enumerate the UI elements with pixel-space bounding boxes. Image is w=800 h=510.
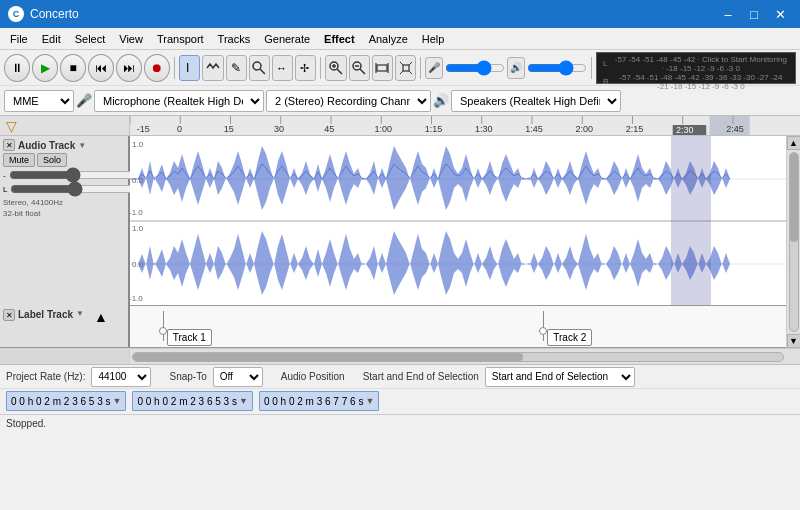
label-track-canvas[interactable]: Track 1 Track 2 — [130, 306, 786, 347]
svg-line-18 — [409, 62, 412, 65]
audio-solo-button[interactable]: Solo — [37, 153, 67, 167]
svg-text:✢: ✢ — [300, 62, 309, 74]
speaker-icon: 🔊 — [433, 93, 449, 108]
scroll-up-button[interactable]: ▲ — [787, 136, 801, 150]
fit-project-button[interactable] — [372, 55, 393, 81]
svg-text:45: 45 — [324, 124, 334, 134]
h-scroll-left-spacer — [0, 350, 130, 364]
menu-view[interactable]: View — [113, 31, 149, 47]
app-title: Concerto — [30, 7, 79, 21]
close-button[interactable]: ✕ — [768, 4, 792, 24]
svg-text:30: 30 — [274, 124, 284, 134]
host-select[interactable]: MME — [4, 90, 74, 112]
svg-point-2 — [253, 62, 261, 70]
skip-fwd-button[interactable]: ⏭ — [116, 54, 142, 82]
svg-text:✎: ✎ — [231, 61, 241, 75]
svg-rect-13 — [377, 65, 387, 71]
play-button[interactable]: ▶ — [32, 54, 58, 82]
channels-select[interactable]: 2 (Stereo) Recording Channels — [266, 90, 431, 112]
label-track-up-arrow[interactable]: ▲ — [94, 309, 108, 325]
sel-start-value[interactable]: 0 0 h 0 2 m 2 3 6 5 3 s ▼ — [132, 391, 252, 411]
multi-tool-button[interactable]: ✢ — [295, 55, 316, 81]
label-track-dropdown[interactable]: ▼ — [76, 309, 84, 318]
menu-tracks[interactable]: Tracks — [212, 31, 257, 47]
sel-end-label: Start and End of Selection — [363, 371, 479, 382]
stopped-text: Stopped. — [6, 418, 46, 429]
title-bar-controls: – □ ✕ — [716, 4, 792, 24]
audio-track-info: Stereo, 44100Hz 32-bit float — [3, 197, 125, 219]
vu-scale-text: -57 -54 -51 -48 -45 -42 · Click to Start… — [613, 55, 789, 73]
toolbar-sep-3 — [420, 57, 421, 79]
menu-edit[interactable]: Edit — [36, 31, 67, 47]
scroll-down-button[interactable]: ▼ — [787, 334, 801, 348]
h-scroll-thumb[interactable] — [133, 353, 523, 361]
svg-text:I: I — [186, 61, 189, 75]
svg-text:2:15: 2:15 — [626, 124, 644, 134]
scale-2-bot: -1.0 — [130, 294, 143, 303]
zoom-in-button[interactable] — [325, 55, 346, 81]
project-rate-label: Project Rate (Hz): — [6, 371, 85, 382]
svg-text:-15: -15 — [137, 124, 150, 134]
mic-volume-slider[interactable] — [445, 61, 505, 75]
svg-text:2:45: 2:45 — [726, 124, 744, 134]
snap-to-label: Snap-To — [169, 371, 206, 382]
menu-effect[interactable]: Effect — [318, 31, 361, 47]
minimize-button[interactable]: – — [716, 4, 740, 24]
zoom-tool-button[interactable] — [249, 55, 270, 81]
label-box-1: Track 1 — [167, 329, 212, 346]
snap-triangle[interactable]: ▽ — [6, 118, 17, 134]
vu-meter[interactable]: L -57 -54 -51 -48 -45 -42 · Click to Sta… — [596, 52, 796, 84]
zoom-out-button[interactable] — [349, 55, 370, 81]
project-rate-field: 44100 — [91, 367, 151, 387]
draw-tool-button[interactable]: ✎ — [226, 55, 247, 81]
skip-back-button[interactable]: ⏮ — [88, 54, 114, 82]
menu-file[interactable]: File — [4, 31, 34, 47]
svg-line-3 — [260, 69, 265, 74]
stop-button[interactable]: ■ — [60, 54, 86, 82]
speaker-select[interactable]: Speakers (Realtek High Defini — [451, 90, 621, 112]
input-monitor-button[interactable]: 🎤 — [425, 57, 443, 79]
select-tool-button[interactable]: I — [179, 55, 200, 81]
svg-text:15: 15 — [224, 124, 234, 134]
audio-mute-button[interactable]: Mute — [3, 153, 35, 167]
svg-line-12 — [360, 69, 365, 74]
label-dot-2 — [539, 327, 547, 335]
envelope-tool-button[interactable] — [202, 55, 223, 81]
speaker-monitor-button[interactable]: 🔊 — [507, 57, 525, 79]
fit-selection-button[interactable] — [395, 55, 416, 81]
gain-slider[interactable] — [9, 169, 138, 181]
selection-overlay — [671, 136, 710, 305]
menu-select[interactable]: Select — [69, 31, 112, 47]
scale-1-bot: -1.0 — [130, 208, 143, 217]
v-scrollbar: ▲ ▼ — [786, 136, 800, 348]
menu-transport[interactable]: Transport — [151, 31, 210, 47]
maximize-button[interactable]: □ — [742, 4, 766, 24]
audio-position-value[interactable]: 0 0 h 0 2 m 2 3 6 5 3 s ▼ — [6, 391, 126, 411]
menu-generate[interactable]: Generate — [258, 31, 316, 47]
speaker-volume-slider[interactable] — [527, 61, 587, 75]
sel-end-select[interactable]: Start and End of Selection — [485, 367, 635, 387]
svg-text:2:00: 2:00 — [576, 124, 594, 134]
project-rate-select[interactable]: 44100 — [91, 367, 151, 387]
label-box-2: Track 2 — [547, 329, 592, 346]
pan-slider[interactable] — [10, 183, 139, 195]
menu-analyze[interactable]: Analyze — [363, 31, 414, 47]
ruler-area[interactable]: -15 0 15 30 45 1:00 1:15 1:30 1:45 2:00 — [130, 116, 800, 135]
gain-minus-label: - — [3, 171, 6, 180]
pause-button[interactable]: ⏸ — [4, 54, 30, 82]
snap-to-select[interactable]: Off — [213, 367, 263, 387]
time-shift-button[interactable]: ↔ — [272, 55, 293, 81]
audio-track-dropdown[interactable]: ▼ — [78, 141, 86, 150]
mic-select[interactable]: Microphone (Realtek High Defini — [94, 90, 264, 112]
scale-2-mid: 0.0 — [132, 260, 143, 269]
svg-line-17 — [400, 62, 403, 65]
v-scroll-thumb[interactable] — [790, 153, 798, 242]
sel-end-value[interactable]: 0 0 h 0 2 m 3 6 7 7 6 s ▼ — [259, 391, 379, 411]
scale-2-top: 1.0 — [132, 224, 143, 233]
audio-track-waveform[interactable]: 1.0 0.0 -1.0 1.0 0.0 -1.0 — [130, 136, 786, 305]
vu-scale-text-r: -57 -54 -51 -48 -45 -42 -39 -36 -33 -30 … — [613, 73, 789, 91]
menu-help[interactable]: Help — [416, 31, 451, 47]
audio-track-close[interactable]: ✕ — [3, 139, 15, 151]
label-track-close[interactable]: ✕ — [3, 309, 15, 321]
record-button[interactable]: ⏺ — [144, 54, 170, 82]
